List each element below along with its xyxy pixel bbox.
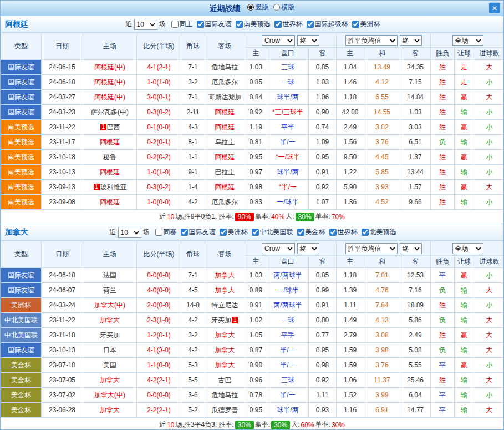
filter-checkbox[interactable] bbox=[329, 229, 337, 236]
asian-home-odds: 0.91 bbox=[245, 298, 267, 313]
asian-away-odds: 1.06 bbox=[309, 90, 337, 105]
result-group-header: 全场 bbox=[431, 33, 504, 48]
filter-checkbox[interactable] bbox=[181, 229, 188, 236]
filter-checkbox[interactable] bbox=[171, 21, 179, 28]
final-odds-select[interactable]: 终 bbox=[400, 35, 422, 46]
summary-segment: 30% bbox=[271, 421, 290, 429]
filter-label: 国际友谊 bbox=[205, 19, 232, 29]
away-team: 特立尼达 bbox=[205, 298, 245, 313]
red-card-badge: 1 bbox=[232, 317, 238, 323]
bookmaker-select[interactable]: Crow bbox=[262, 35, 295, 46]
filter-美金杯[interactable]: 美金杯 bbox=[297, 227, 325, 237]
filter-国际友谊[interactable]: 国际友谊 bbox=[197, 19, 232, 29]
full-match-select[interactable]: 全场 bbox=[452, 35, 483, 46]
handicap-result: 输 bbox=[455, 403, 474, 418]
asian-away-odds: 1.07 bbox=[309, 195, 337, 210]
match-type-badge: 国际友谊 bbox=[1, 283, 42, 298]
filter-checkbox[interactable] bbox=[297, 229, 304, 236]
filter-美洲杯[interactable]: 美洲杯 bbox=[220, 227, 248, 237]
euro-draw-odds: 3.98 bbox=[364, 343, 400, 358]
table-row: 国际友谊24-06-07荷兰4-0(0-0)4-5加拿大0.89一/球半0.99… bbox=[1, 283, 504, 298]
summary-segment: 场,胜3平4负3, 胜率: bbox=[175, 420, 233, 429]
euro-draw-odds: 3.76 bbox=[364, 135, 400, 150]
filter-北美预选[interactable]: 北美预选 bbox=[362, 227, 396, 237]
win-draw-lose-average-select[interactable]: 胜平负均值 bbox=[345, 35, 398, 46]
full-match-select[interactable]: 全场 bbox=[452, 243, 483, 254]
asian-home-odds: 0.95 bbox=[245, 403, 267, 418]
away-team: 牙买加1 bbox=[205, 313, 245, 328]
final-odds-select[interactable]: 终 bbox=[400, 243, 422, 254]
score-halftime: 0-0(0-0) bbox=[137, 268, 181, 283]
summary-segment: 赢率: bbox=[255, 212, 270, 221]
bookmaker-select[interactable]: Crow bbox=[262, 243, 295, 254]
filter-国际友谊[interactable]: 国际友谊 bbox=[181, 227, 216, 237]
view-option-横版[interactable]: 横版 bbox=[273, 3, 295, 12]
table-row: 中北美国联23-11-22加拿大2-3(1-0)4-2牙买加11.02一球0.8… bbox=[1, 313, 504, 328]
view-option-竖版[interactable]: 竖版 bbox=[247, 3, 269, 12]
filter-label: 美金杯 bbox=[306, 227, 325, 237]
summary-row: 近10场,胜9平0负1, 胜率:90%赢率:40%大:30%单率:70% bbox=[1, 210, 503, 224]
titlebar: 近期战绩竖版横版 ✕ bbox=[1, 1, 503, 16]
filter-同主[interactable]: 同主 bbox=[171, 19, 193, 29]
filter-checkbox[interactable] bbox=[236, 21, 243, 28]
filter-checkbox[interactable] bbox=[252, 229, 259, 236]
score-halftime: 3-0(0-1) bbox=[137, 90, 181, 105]
euro-draw-odds: 6.91 bbox=[364, 403, 400, 418]
section-title: 阿根廷 bbox=[5, 19, 28, 29]
team-section-argentina: 阿根廷 近10场同主国际友谊南美预选世界杯国际超级杯美洲杯 类型日期主场比分(半… bbox=[1, 16, 503, 224]
score-halftime: 0-2(0-2) bbox=[137, 150, 181, 165]
home-team: 美国 bbox=[83, 358, 137, 373]
filter-label: 美洲杯 bbox=[228, 227, 248, 237]
euro-home-odds: 1.04 bbox=[337, 60, 364, 75]
final-odds-select[interactable]: 终 bbox=[297, 35, 319, 46]
filter-label: 国际友谊 bbox=[189, 227, 216, 237]
column-header: 类型 bbox=[1, 33, 42, 60]
asian-away-odds: 0.85 bbox=[309, 268, 337, 283]
team-name-text: 加拿大 bbox=[100, 406, 120, 414]
match-outcome: 平 bbox=[431, 268, 455, 283]
filter-同赛[interactable]: 同赛 bbox=[155, 227, 177, 237]
corner-score: 3-6 bbox=[181, 388, 205, 403]
column-header: 和 bbox=[364, 256, 400, 268]
filter-checkbox[interactable] bbox=[197, 21, 204, 28]
team-name-text: 阿根廷 bbox=[215, 183, 235, 191]
recent-count-select[interactable]: 10 bbox=[134, 19, 157, 30]
view-radio[interactable] bbox=[273, 4, 280, 11]
summary-segment: 30% bbox=[296, 213, 314, 221]
final-odds-select[interactable]: 终 bbox=[297, 243, 319, 254]
home-team: 萨尔瓦多(中) bbox=[83, 105, 137, 120]
away-team: 阿根廷 bbox=[205, 180, 245, 195]
filter-checkbox[interactable] bbox=[274, 21, 282, 28]
team-name-text: 乌拉圭 bbox=[215, 138, 235, 146]
summary-segment: 70% bbox=[332, 213, 345, 221]
filter-checkbox[interactable] bbox=[307, 21, 314, 28]
table-row: 美洲杯24-03-24加拿大(中)2-0(0-0)14-0特立尼达0.91两/两… bbox=[1, 298, 504, 313]
filter-南美预选[interactable]: 南美预选 bbox=[236, 19, 271, 29]
filter-checkbox[interactable] bbox=[362, 229, 369, 236]
filter-世界杯[interactable]: 世界杯 bbox=[274, 19, 303, 29]
match-date: 24-03-24 bbox=[42, 298, 83, 313]
win-draw-lose-average-select[interactable]: 胜平负均值 bbox=[345, 243, 398, 254]
handicap-result: 走 bbox=[455, 60, 474, 75]
close-button[interactable]: ✕ bbox=[488, 2, 501, 14]
filter-世界杯[interactable]: 世界杯 bbox=[329, 227, 358, 237]
away-team: 巴拉圭 bbox=[205, 165, 245, 180]
recent-count-select[interactable]: 10 bbox=[118, 227, 141, 238]
filter-国际超级杯[interactable]: 国际超级杯 bbox=[307, 19, 348, 29]
away-team: 乌拉圭 bbox=[205, 135, 245, 150]
view-radio[interactable] bbox=[247, 4, 254, 11]
euro-away-odds: 14.84 bbox=[400, 90, 431, 105]
filter-checkbox[interactable] bbox=[220, 229, 227, 236]
filter-checkbox[interactable] bbox=[155, 229, 162, 236]
home-team: 加拿大 bbox=[83, 403, 137, 418]
filter-美洲杯[interactable]: 美洲杯 bbox=[352, 19, 380, 29]
euro-away-odds: 7.15 bbox=[400, 75, 431, 90]
home-team: 法国 bbox=[83, 268, 137, 283]
asian-handicap: 一/球半 bbox=[267, 195, 309, 210]
filter-中北美国联[interactable]: 中北美国联 bbox=[252, 227, 293, 237]
filter-checkbox[interactable] bbox=[352, 21, 359, 28]
view-mode-switch: 竖版横版 bbox=[243, 3, 295, 12]
team-name-text: 日本 bbox=[103, 346, 116, 354]
away-team: 厄瓜多尔 bbox=[205, 75, 245, 90]
match-type-badge: 南美预选 bbox=[1, 120, 42, 135]
